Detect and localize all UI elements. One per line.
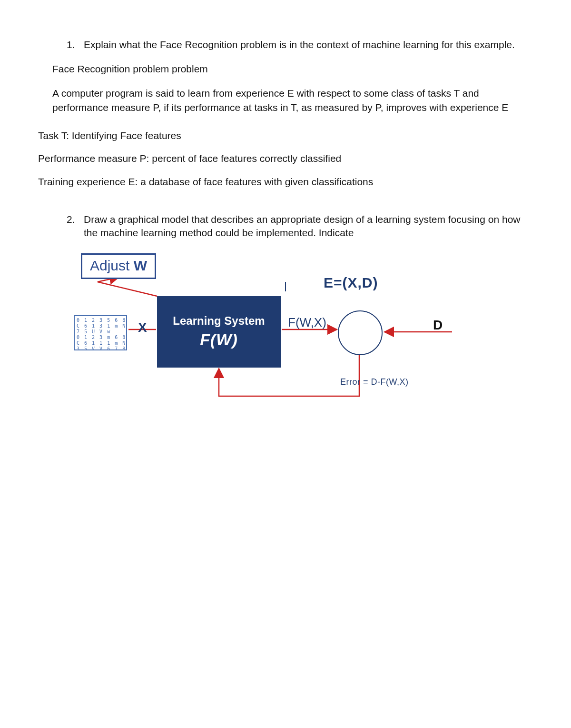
learning-system-title: Learning System [157,314,281,328]
a1-experience: Training experience E: a database of fac… [38,175,533,189]
label-fwx: F(W,X) [288,315,326,330]
q1-text: Explain what the Face Recognition proble… [84,38,533,51]
comparison-node [338,310,383,355]
label-d: D [433,318,443,333]
adjust-prefix: Adjust [90,258,134,273]
a1-performance: Performance measure P: percent of face f… [38,151,533,166]
digits-grid: 0 1 2 3 5 6 8 9 C 6 1 3 1 m N 0 7 5 U V … [77,318,127,350]
adjust-w-box: Adjust W [81,253,156,279]
learning-system-box: Learning System F(W) [157,296,281,368]
question-2: 2. Draw a graphical model that describes… [38,213,533,240]
adjust-w: W [134,258,147,273]
input-digits-image: 0 1 2 3 5 6 8 9 C 6 1 3 1 m N 0 7 5 U V … [74,315,127,350]
label-x: X [138,320,147,335]
q1-number: 1. [67,38,84,51]
question-1: 1. Explain what the Face Recognition pro… [38,38,533,115]
a1-definition: A computer program is said to learn from… [52,86,533,115]
learning-system-diagram: Adjust W 0 1 2 3 5 6 8 9 C 6 1 3 1 m N 0… [57,253,485,425]
learning-system-fw: F(W) [157,330,281,349]
a1-title: Face Recognition problem problem [52,62,533,76]
document-page: 1. Explain what the Face Recognition pro… [0,0,571,728]
q2-number: 2. [67,213,84,226]
q2-text: Draw a graphical model that describes an… [84,213,533,240]
a1-task: Task T: Identifying Face features [38,129,533,143]
label-e: E=(X,D) [324,275,378,291]
label-error: Error = D-F(W,X) [340,377,409,387]
